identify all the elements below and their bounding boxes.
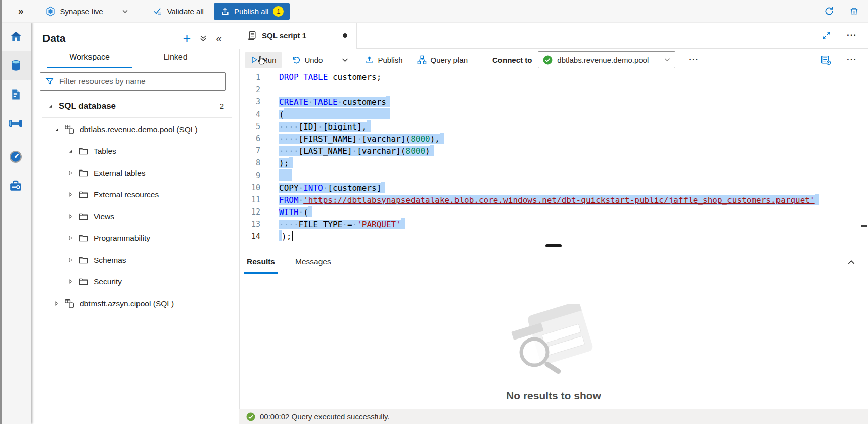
tree-item-row[interactable]: Security bbox=[31, 271, 239, 292]
collapse-panel-icon[interactable]: « bbox=[216, 33, 222, 44]
success-check-icon bbox=[246, 412, 255, 421]
expand-editor-icon[interactable] bbox=[822, 31, 831, 40]
upload-icon bbox=[221, 7, 230, 16]
expand-toolbar-icon[interactable]: » bbox=[18, 6, 24, 17]
code-line[interactable]: 9 bbox=[239, 169, 868, 182]
twistie-collapsed-icon[interactable] bbox=[53, 300, 60, 307]
publish-count-badge: 1 bbox=[273, 6, 284, 17]
tree-item-row[interactable]: dbtlabs.revenue.demo.pool (SQL) bbox=[31, 118, 239, 140]
collapse-all-icon[interactable] bbox=[199, 34, 207, 43]
tree-item-row[interactable]: dbtmsft.azsyn.cipool (SQL) bbox=[31, 292, 239, 314]
nav-data-button[interactable] bbox=[0, 51, 31, 80]
tree-item-label: Schemas bbox=[94, 256, 126, 265]
view-settings-icon[interactable] bbox=[820, 55, 831, 65]
nav-home-button[interactable] bbox=[0, 22, 31, 51]
tab-results[interactable]: Results bbox=[244, 257, 278, 274]
editor-more-button[interactable]: ··· bbox=[844, 54, 860, 65]
sql-script-icon bbox=[247, 31, 257, 40]
rail-divider bbox=[7, 140, 24, 140]
query-plan-button[interactable]: Query plan bbox=[412, 51, 473, 69]
twistie-collapsed-icon[interactable] bbox=[67, 235, 74, 241]
line-number: 12 bbox=[239, 206, 260, 218]
environment-label: Synapse live bbox=[60, 7, 103, 16]
code-line[interactable]: 11FROM·'https://dbtlabsynapsedatalake.bl… bbox=[239, 194, 868, 206]
tree-item-label: Tables bbox=[94, 147, 116, 156]
line-number: 9 bbox=[239, 169, 260, 182]
sql-code-editor[interactable]: 1DROP TABLE customers;23CREATE·TABLE·cus… bbox=[239, 71, 868, 245]
tab-linked[interactable]: Linked bbox=[132, 53, 218, 68]
undo-button[interactable]: Undo bbox=[287, 52, 328, 68]
twistie-collapsed-icon[interactable] bbox=[67, 191, 74, 198]
tree-item-row[interactable]: Tables bbox=[31, 140, 239, 162]
code-line[interactable]: 12WITH·( bbox=[239, 206, 868, 218]
tab-label: SQL script 1 bbox=[262, 31, 306, 40]
connect-to-label: Connect to bbox=[492, 56, 532, 64]
refresh-button[interactable] bbox=[823, 5, 835, 17]
database-icon bbox=[65, 299, 75, 309]
code-line[interactable]: 1DROP TABLE customers; bbox=[239, 71, 868, 83]
twistie-expanded-icon[interactable] bbox=[53, 126, 60, 133]
line-number: 6 bbox=[239, 133, 260, 145]
tree-item-row[interactable]: Schemas bbox=[31, 249, 239, 271]
tree-item-row[interactable]: Views bbox=[31, 205, 239, 227]
pool-status-check-icon bbox=[543, 55, 553, 65]
twistie-collapsed-icon[interactable] bbox=[67, 278, 74, 285]
code-line[interactable]: 3CREATE·TABLE·customers bbox=[239, 96, 868, 108]
pool-dropdown[interactable]: dbtlabs.revenue.demo.pool bbox=[538, 51, 675, 68]
twistie-collapsed-icon[interactable] bbox=[67, 213, 74, 220]
folder-icon bbox=[79, 234, 88, 242]
discard-trash-button[interactable] bbox=[848, 6, 860, 17]
publish-button[interactable]: Publish bbox=[360, 52, 407, 68]
tree-item-label: External tables bbox=[94, 168, 146, 178]
twistie-expanded-icon[interactable] bbox=[47, 103, 54, 109]
nav-monitor-button[interactable] bbox=[0, 142, 31, 171]
code-line[interactable]: 7····[LAST_NAME]·[varchar](8000) bbox=[239, 145, 868, 157]
nav-manage-button[interactable] bbox=[0, 171, 31, 200]
add-resource-button[interactable]: + bbox=[183, 33, 191, 44]
gauge-icon bbox=[9, 150, 22, 163]
home-icon bbox=[9, 30, 23, 44]
twistie-collapsed-icon[interactable] bbox=[67, 257, 74, 263]
code-line[interactable]: 14); bbox=[239, 230, 868, 242]
code-line[interactable]: 8); bbox=[239, 157, 868, 169]
code-line[interactable]: 4( bbox=[239, 108, 868, 120]
filter-input[interactable] bbox=[58, 76, 220, 87]
empty-results-title: No results to show bbox=[506, 390, 601, 402]
nav-develop-button[interactable] bbox=[0, 80, 31, 109]
tree-item-row[interactable]: External tables bbox=[31, 162, 239, 184]
sql-script-tab[interactable]: SQL script 1 bbox=[240, 22, 357, 49]
run-options-chevron[interactable] bbox=[336, 52, 354, 68]
resource-tree: SQL database2dbtlabs.revenue.demo.pool (… bbox=[31, 95, 239, 314]
twistie-expanded-icon[interactable] bbox=[67, 148, 74, 154]
validate-all-button[interactable]: Validate all bbox=[153, 6, 204, 16]
nav-integrate-button[interactable] bbox=[0, 109, 31, 138]
editor-scrollbar-mark[interactable] bbox=[861, 225, 867, 227]
code-line[interactable]: 10COPY·INTO·[customers] bbox=[239, 182, 868, 194]
code-line[interactable]: 13····FILE_TYPE·=·'PARQUET' bbox=[239, 218, 868, 230]
publish-icon bbox=[365, 56, 374, 64]
toolbar-more-button[interactable]: ··· bbox=[686, 54, 702, 65]
collapse-results-chevron[interactable] bbox=[846, 257, 857, 268]
tree-item-label: SQL database bbox=[59, 101, 116, 111]
code-line[interactable]: 2 bbox=[239, 83, 868, 96]
tab-workspace[interactable]: Workspace bbox=[47, 53, 132, 68]
editor-results-splitter[interactable] bbox=[545, 244, 562, 247]
tab-more-button[interactable]: ··· bbox=[844, 30, 860, 41]
run-button[interactable]: Run bbox=[245, 52, 282, 68]
tree-item-label: Programmability bbox=[94, 234, 150, 243]
code-line[interactable]: 6····[FIRST_NAME]·[varchar](8000), bbox=[239, 133, 868, 145]
tree-divider bbox=[42, 117, 232, 118]
tree-item-row[interactable]: Programmability bbox=[31, 227, 239, 249]
line-number: 4 bbox=[239, 108, 260, 120]
tree-header-row[interactable]: SQL database2 bbox=[31, 95, 239, 117]
line-number: 3 bbox=[239, 96, 260, 108]
publish-all-button[interactable]: Publish all 1 bbox=[214, 3, 290, 20]
line-number: 2 bbox=[239, 83, 260, 96]
tree-item-row[interactable]: External resources bbox=[31, 184, 239, 205]
query-plan-icon bbox=[417, 55, 427, 65]
main-area: SQL script 1 ··· Run Undo bbox=[239, 22, 868, 424]
code-line[interactable]: 5····[ID]·[bigint], bbox=[239, 120, 868, 133]
environment-switcher[interactable]: Synapse live bbox=[45, 6, 128, 17]
twistie-collapsed-icon[interactable] bbox=[67, 169, 74, 176]
tab-messages[interactable]: Messages bbox=[293, 257, 334, 274]
